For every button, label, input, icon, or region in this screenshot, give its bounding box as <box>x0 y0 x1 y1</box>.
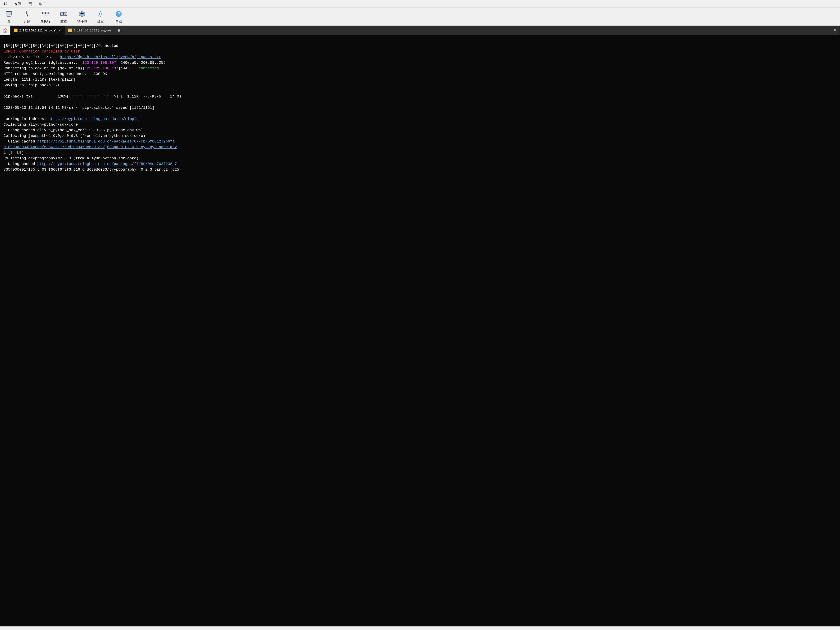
toolbar-item-settings[interactable]: 设置 <box>94 9 107 24</box>
line-16: c1c9e0acc04d48eaaf5c862c17709d20e3469c6e… <box>3 145 177 149</box>
line-1: [B^[[B^[[B^[[B^[[\^[[A^[[A^[[A^[[A^[[A^[… <box>3 44 118 48</box>
tab-2-icon <box>68 28 72 32</box>
toolbar-item-package[interactable]: 软件包 <box>76 9 88 24</box>
menu-item-help[interactable]: 帮助 <box>38 1 47 7</box>
svg-point-7 <box>62 14 63 14</box>
line-7-text: Length: 1151 (1.1K) [text/plain] <box>3 77 76 82</box>
line-8: Saving to: 'pip-packs.txt' <box>3 83 62 87</box>
toolbar-label-tunnel: 隧道 <box>60 19 67 24</box>
svg-text:?: ? <box>117 11 120 16</box>
terminal-close-button[interactable]: ✕ <box>830 26 840 35</box>
line-4-b: , 240e:a5:4200:89::256 <box>116 61 166 65</box>
line-6: HTTP request sent, awaiting response... … <box>3 72 107 76</box>
line-19-a: Using cached <box>3 162 37 166</box>
toolbar-item-split[interactable]: 分割 <box>21 9 33 24</box>
line-4: Resolving dg2.bt.cn (dg2.bt.cn)... 123.1… <box>3 61 166 65</box>
line-4-ip: 123.129.198.197 <box>82 61 116 65</box>
toolbar-item-view[interactable]: 看 <box>3 9 15 24</box>
line-20: 735f0000017135_5_03_f66df6f3f3_316_c_d63… <box>3 167 179 172</box>
svg-point-8 <box>65 14 66 14</box>
tab-add-button[interactable]: ⊕ <box>114 26 123 35</box>
line-13: Using cached aliyun_python_sdk_core-2.13… <box>3 128 143 132</box>
line-13-text: Using cached aliyun_python_sdk_core-2.13… <box>3 128 143 132</box>
svg-rect-4 <box>46 12 48 14</box>
menu-item-games[interactable]: 戏 <box>3 1 9 7</box>
terminal-content: [B^[[B^[[B^[[B^[[\^[[A^[[A^[[A^[[A^[[A^[… <box>0 35 840 626</box>
svg-rect-2 <box>7 16 11 17</box>
tunnel-icon <box>59 9 68 19</box>
tab-1-close[interactable]: ✕ <box>58 29 61 32</box>
home-button[interactable]: 🏠 <box>0 26 10 35</box>
toolbar-label-split: 分割 <box>24 19 30 24</box>
line-15-a: Using cached <box>3 139 37 144</box>
tab-1-label: 2. 192.168.2.222 (xingyue) <box>19 28 56 32</box>
toolbar: 看 分割 多执行 <box>0 8 840 25</box>
line-7: Length: 1151 (1.1K) [text/plain] <box>3 77 76 82</box>
terminal-window: 🏠 2. 192.168.2.222 (xingyue) ✕ 3. 192.16… <box>0 25 840 627</box>
connected-text: connected. <box>139 66 161 70</box>
line-6-text: HTTP request sent, awaiting response... … <box>3 72 107 76</box>
toolbar-label-multi-exec: 多执行 <box>40 19 51 24</box>
error-text: ERROR: Operation cancelled by user <box>3 49 80 54</box>
line-15: Using cached https://pypi.tuna.tsinghua.… <box>3 139 175 144</box>
line-8-text: Saving to: 'pip-packs.txt' <box>3 83 62 87</box>
menu-item-macro[interactable]: 宏 <box>27 1 33 7</box>
split-icon <box>22 9 32 19</box>
package-icon <box>77 9 87 19</box>
pypi-url: https://pypi.tuna.tsinghua.edu.cn/simple <box>49 117 139 121</box>
line-20-text: 735f0000017135_5_03_f66df6f3f3_316_c_d63… <box>3 167 179 172</box>
gear-icon <box>96 9 105 19</box>
line-12-text: Collecting aliyun-python-sdk-core <box>3 123 78 127</box>
help-icon: ? <box>114 9 123 19</box>
toolbar-label-help: 帮助 <box>115 19 122 24</box>
line-3-prefix: --2023-05-13 11:11:53-- <box>3 55 60 59</box>
tab-2[interactable]: 3. 192.168.2.222 (xingyue) <box>65 26 114 35</box>
line-17-text: l (24 kB) <box>3 151 24 155</box>
line-5-ip: 123.129.198.197 <box>85 66 118 70</box>
line-9: pip-packs.txt 100%[====================>… <box>3 95 181 98</box>
line-11: Looking in indexes: https://pypi.tuna.ts… <box>3 117 139 121</box>
multi-exec-icon <box>41 9 50 19</box>
line-5: Connecting to dg2.bt.cn (dg2.bt.cn)|123.… <box>3 66 161 70</box>
tab-2-label: 3. 192.168.2.222 (xingyue) <box>74 28 111 32</box>
line-2: ERROR: Operation cancelled by user <box>3 49 80 54</box>
line-19: Using cached https://pypi.tuna.tsinghua.… <box>3 162 177 166</box>
line-3-url: https://dg2.bt.cn/install/pyenv/pip-pack… <box>60 55 161 59</box>
line-3: --2023-05-13 11:11:53-- https://dg2.bt.c… <box>3 55 161 59</box>
line-4-a: Resolving dg2.bt.cn (dg2.bt.cn)... <box>3 61 82 65</box>
monitor-icon <box>4 9 13 19</box>
toolbar-label-package: 软件包 <box>77 19 87 24</box>
tab-bar: 🏠 2. 192.168.2.222 (xingyue) ✕ 3. 192.16… <box>0 26 840 35</box>
line-5-a: Connecting to dg2.bt.cn (dg2.bt.cn)| <box>3 66 85 70</box>
line-1-text: [B^[[B^[[B^[[B^[[\^[[A^[[A^[[A^[[A^[[A^[… <box>3 44 118 48</box>
line-10: 2023-05-13 11:11:54 (4.11 MB/s) - 'pip-p… <box>3 106 155 110</box>
saved-line: 2023-05-13 11:11:54 (4.11 MB/s) - 'pip-p… <box>3 106 155 110</box>
menu-item-settings[interactable]: 设置 <box>13 1 23 7</box>
crypto-url: https://pypi.tuna.tsinghua.edu.cn/packag… <box>37 162 177 166</box>
toolbar-item-multi-exec[interactable]: 多执行 <box>39 9 52 24</box>
tab-1[interactable]: 2. 192.168.2.222 (xingyue) ✕ <box>10 26 65 35</box>
line-11-a: Looking in indexes: <box>3 117 49 121</box>
line-14-text: Collecting jmespath<1.0.0,>=0.9.3 (from … <box>3 134 145 138</box>
svg-rect-0 <box>6 11 12 15</box>
line-17: l (24 kB) <box>3 151 24 155</box>
toolbar-label-settings: 设置 <box>97 19 104 24</box>
svg-rect-1 <box>8 16 10 16</box>
toolbar-label-view: 看 <box>7 19 10 24</box>
svg-rect-3 <box>43 12 46 14</box>
line-18: Collecting cryptography>=2.6.0 (from ali… <box>3 156 139 160</box>
toolbar-item-help[interactable]: ? 帮助 <box>112 9 125 24</box>
progress-line: pip-packs.txt 100%[====================>… <box>3 95 181 98</box>
svg-point-9 <box>99 13 101 15</box>
tab-1-icon <box>14 28 17 32</box>
line-5-b: |:443... <box>118 66 139 70</box>
jmespath-url2: c1c9e0acc04d48eaaf5c862c17709d20e3469c6e… <box>3 145 177 149</box>
line-14: Collecting jmespath<1.0.0,>=0.9.3 (from … <box>3 134 145 138</box>
menu-bar: 戏 设置 宏 帮助 <box>0 0 840 8</box>
toolbar-item-tunnel[interactable]: 隧道 <box>57 9 70 24</box>
line-12: Collecting aliyun-python-sdk-core <box>3 123 78 127</box>
line-18-text: Collecting cryptography>=2.6.0 (from ali… <box>3 156 139 160</box>
jmespath-url: https://pypi.tuna.tsinghua.edu.cn/packag… <box>37 139 175 144</box>
